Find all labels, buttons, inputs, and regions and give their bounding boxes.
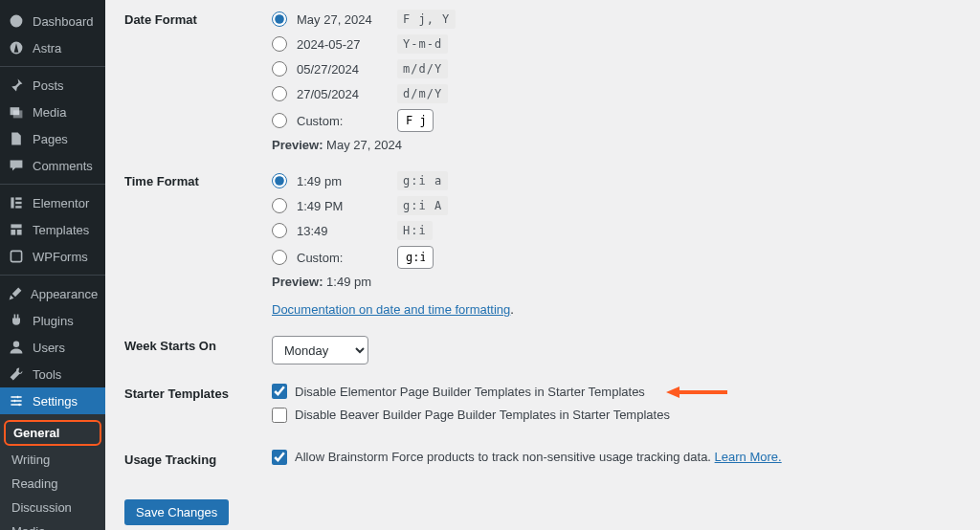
sidebar-item-appearance[interactable]: Appearance — [0, 280, 105, 307]
sidebar-sub-writing[interactable]: Writing — [0, 448, 105, 472]
date-format-custom-label: Custom: — [297, 114, 388, 128]
sidebar-item-label: Astra — [33, 41, 61, 55]
sidebar-item-comments[interactable]: Comments — [0, 152, 105, 179]
sidebar-item-plugins[interactable]: Plugins — [0, 307, 105, 334]
date-format-code: d/m/Y — [397, 84, 448, 103]
svg-rect-3 — [11, 197, 13, 208]
sidebar-submenu: General Writing Reading Discussion Media… — [0, 414, 105, 530]
sidebar-sub-media[interactable]: Media — [0, 519, 105, 530]
date-format-code: Y-m-d — [397, 34, 448, 54]
sidebar-item-label: Comments — [33, 159, 93, 173]
sidebar-sub-general[interactable]: General — [4, 420, 101, 446]
sliders-icon — [8, 393, 25, 409]
sidebar-item-wpforms[interactable]: WPForms — [0, 243, 105, 270]
dashboard-icon — [8, 13, 25, 29]
sidebar-item-astra[interactable]: Astra — [0, 34, 105, 61]
sidebar-sub-discussion[interactable]: Discussion — [0, 496, 105, 519]
sidebar-item-label: Appearance — [31, 287, 98, 301]
date-format-option-label: May 27, 2024 — [297, 12, 388, 27]
date-format-radio-1[interactable] — [272, 36, 287, 52]
templates-icon — [8, 222, 25, 237]
time-format-code: H:i — [397, 221, 433, 240]
svg-rect-9 — [17, 230, 22, 235]
date-format-custom-input[interactable] — [397, 109, 434, 132]
wpforms-icon — [8, 249, 25, 264]
admin-sidebar: Dashboard Astra Posts Media Pages Commen… — [0, 0, 105, 530]
svg-rect-10 — [11, 251, 21, 261]
time-format-radio-2[interactable] — [272, 223, 287, 238]
time-format-custom-input[interactable] — [397, 246, 434, 269]
svg-rect-5 — [15, 202, 21, 204]
time-format-code: g:i A — [397, 196, 448, 215]
sidebar-item-label: Media — [33, 105, 66, 120]
date-format-option-label: 2024-05-27 — [297, 37, 388, 52]
sidebar-item-users[interactable]: Users — [0, 334, 105, 361]
time-format-radio-custom[interactable] — [272, 250, 287, 265]
disable-elementor-label: Disable Elementor Page Builder Templates… — [295, 385, 645, 399]
sidebar-item-label: Users — [33, 341, 65, 355]
sidebar-item-label: WPForms — [33, 250, 88, 264]
sidebar-item-label: Templates — [33, 223, 89, 237]
user-icon — [8, 340, 25, 355]
sidebar-item-settings[interactable]: Settings — [0, 387, 105, 414]
date-format-preview: Preview: May 27, 2024 — [272, 138, 961, 152]
time-format-radio-0[interactable] — [272, 173, 287, 188]
page-icon — [8, 131, 25, 146]
date-format-radio-0[interactable] — [272, 11, 287, 27]
sidebar-item-media[interactable]: Media — [0, 99, 105, 125]
date-format-code: m/d/Y — [397, 59, 448, 78]
date-format-radio-custom[interactable] — [272, 113, 287, 128]
disable-beaver-checkbox[interactable] — [272, 408, 287, 423]
time-format-radio-1[interactable] — [272, 198, 287, 213]
sidebar-item-elementor[interactable]: Elementor — [0, 189, 105, 216]
disable-elementor-checkbox[interactable] — [272, 384, 287, 399]
sidebar-item-posts[interactable]: Posts — [0, 72, 105, 99]
sidebar-item-pages[interactable]: Pages — [0, 125, 105, 152]
comment-icon — [8, 158, 25, 173]
sidebar-item-label: Settings — [33, 394, 78, 409]
elementor-icon — [8, 195, 25, 210]
svg-point-13 — [13, 400, 15, 402]
time-format-option-label: 1:49 PM — [297, 199, 388, 213]
sidebar-item-label: Posts — [33, 78, 64, 93]
sidebar-item-dashboard[interactable]: Dashboard — [0, 8, 105, 34]
astra-icon — [8, 40, 25, 55]
date-format-option-label: 27/05/2024 — [297, 87, 388, 101]
week-starts-label: Week Starts On — [124, 336, 272, 364]
svg-rect-2 — [13, 110, 23, 118]
sidebar-sub-reading[interactable]: Reading — [0, 472, 105, 496]
disable-beaver-label: Disable Beaver Builder Page Builder Temp… — [295, 408, 670, 422]
svg-marker-17 — [666, 386, 679, 398]
svg-rect-7 — [11, 224, 21, 228]
sidebar-item-templates[interactable]: Templates — [0, 216, 105, 243]
time-format-preview: Preview: 1:49 pm — [272, 275, 961, 289]
svg-rect-4 — [15, 197, 21, 199]
svg-point-11 — [13, 342, 19, 347]
plug-icon — [8, 313, 25, 328]
sidebar-item-label: Tools — [33, 367, 61, 382]
usage-learn-more-link[interactable]: Learn More. — [715, 450, 782, 464]
brush-icon — [8, 286, 23, 301]
sidebar-item-label: Plugins — [33, 314, 74, 328]
date-format-radio-2[interactable] — [272, 61, 287, 77]
svg-point-12 — [16, 396, 18, 398]
sidebar-item-label: Elementor — [33, 196, 89, 210]
time-format-option-label: 13:49 — [297, 224, 388, 238]
pin-icon — [8, 77, 25, 93]
svg-rect-8 — [11, 230, 15, 235]
date-format-label: Date Format — [124, 10, 272, 152]
svg-rect-6 — [15, 206, 21, 208]
date-format-radio-3[interactable] — [272, 86, 287, 101]
save-changes-button[interactable]: Save Changes — [124, 499, 229, 525]
starter-templates-label: Starter Templates — [124, 384, 272, 431]
date-format-code: F j, Y — [397, 10, 456, 29]
media-icon — [8, 104, 25, 120]
wrench-icon — [8, 366, 25, 382]
time-format-option-label: 1:49 pm — [297, 174, 388, 188]
usage-tracking-checkbox[interactable] — [272, 450, 287, 465]
time-format-custom-label: Custom: — [297, 251, 388, 265]
sidebar-item-label: Pages — [33, 132, 68, 146]
date-time-doc-link[interactable]: Documentation on date and time formattin… — [272, 302, 510, 317]
sidebar-item-tools[interactable]: Tools — [0, 361, 105, 387]
week-starts-select[interactable]: Monday — [272, 336, 368, 364]
